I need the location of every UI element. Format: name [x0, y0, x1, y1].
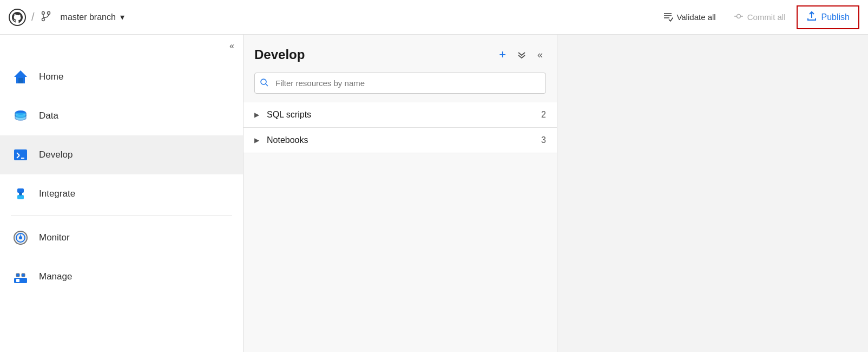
- validate-label: Validate all: [676, 12, 715, 22]
- svg-rect-17: [17, 188, 24, 193]
- commit-label: Commit all: [747, 12, 786, 22]
- github-icon: [9, 9, 26, 26]
- data-icon: [11, 106, 30, 126]
- branch-icon: [40, 10, 52, 24]
- svg-rect-25: [14, 278, 27, 283]
- svg-point-23: [19, 236, 22, 239]
- content-area: [557, 35, 868, 352]
- expand-arrow-icon: ▶: [254, 136, 259, 144]
- resource-name: Notebooks: [267, 135, 541, 145]
- top-bar: / master branch ▾: [0, 0, 868, 35]
- branch-selector[interactable]: master branch ▾: [56, 10, 129, 24]
- add-resource-button[interactable]: +: [496, 45, 509, 64]
- svg-point-7: [737, 15, 740, 18]
- sidebar-collapse-button[interactable]: «: [227, 39, 236, 53]
- svg-rect-11: [18, 78, 23, 83]
- search-box: [254, 73, 546, 94]
- top-bar-right: Validate all Commit all Publish: [656, 5, 859, 29]
- resource-name: SQL scripts: [267, 110, 541, 120]
- svg-point-3: [42, 18, 44, 21]
- develop-title: Develop: [254, 47, 489, 62]
- sidebar-collapse-area: «: [0, 35, 243, 57]
- resource-count: 2: [541, 110, 546, 120]
- sidebar-item-label: Data: [39, 110, 58, 121]
- svg-rect-13: [14, 149, 27, 160]
- validate-icon: [662, 11, 673, 23]
- top-bar-left: / master branch ▾: [9, 9, 652, 26]
- validate-all-button[interactable]: Validate all: [656, 8, 722, 27]
- main-layout: « Home Data: [0, 35, 868, 352]
- home-icon: [11, 67, 30, 87]
- sidebar-item-manage[interactable]: Manage: [0, 257, 243, 296]
- sidebar-item-label: Develop: [39, 149, 73, 160]
- manage-icon: [11, 267, 30, 286]
- publish-button[interactable]: Publish: [797, 5, 859, 29]
- chevron-down-icon: ▾: [120, 12, 124, 22]
- sidebar: « Home Data: [0, 35, 244, 352]
- develop-actions: + «: [496, 45, 546, 64]
- list-item[interactable]: ▶ SQL scripts 2: [244, 102, 557, 128]
- branch-label: master branch: [61, 12, 116, 22]
- sidebar-item-label: Monitor: [39, 232, 70, 243]
- collapse-panel-button[interactable]: «: [534, 47, 546, 63]
- sidebar-item-integrate[interactable]: Integrate: [0, 174, 243, 213]
- resource-list: ▶ SQL scripts 2 ▶ Notebooks 3: [244, 102, 557, 352]
- svg-point-0: [9, 9, 25, 25]
- develop-panel: Develop + «: [244, 35, 557, 352]
- sidebar-item-home[interactable]: Home: [0, 57, 243, 96]
- expand-arrow-icon: ▶: [254, 111, 259, 119]
- publish-icon: [806, 11, 817, 24]
- develop-header: Develop + «: [244, 35, 557, 70]
- sidebar-item-label: Home: [39, 71, 63, 82]
- svg-point-20: [19, 192, 22, 195]
- svg-rect-28: [22, 273, 25, 277]
- svg-rect-27: [16, 273, 19, 277]
- sidebar-item-label: Manage: [39, 271, 72, 282]
- commit-icon: [733, 11, 744, 23]
- path-separator: /: [31, 11, 35, 23]
- list-item[interactable]: ▶ Notebooks 3: [244, 128, 557, 153]
- collapse-list-button[interactable]: [514, 49, 530, 61]
- svg-rect-26: [16, 279, 19, 282]
- commit-all-button[interactable]: Commit all: [727, 8, 792, 27]
- sidebar-item-label: Integrate: [39, 188, 75, 199]
- nav-divider: [11, 216, 232, 216]
- sidebar-item-monitor[interactable]: Monitor: [0, 218, 243, 257]
- search-input[interactable]: [254, 73, 546, 94]
- sidebar-item-develop[interactable]: Develop: [0, 135, 243, 174]
- svg-point-2: [47, 11, 50, 14]
- sidebar-item-data[interactable]: Data: [0, 96, 243, 135]
- develop-icon: [11, 145, 30, 165]
- monitor-icon: [11, 228, 30, 247]
- publish-label: Publish: [821, 12, 850, 22]
- resource-count: 3: [541, 135, 546, 145]
- integrate-icon: [11, 184, 30, 204]
- svg-point-1: [42, 11, 44, 14]
- svg-rect-18: [17, 195, 24, 199]
